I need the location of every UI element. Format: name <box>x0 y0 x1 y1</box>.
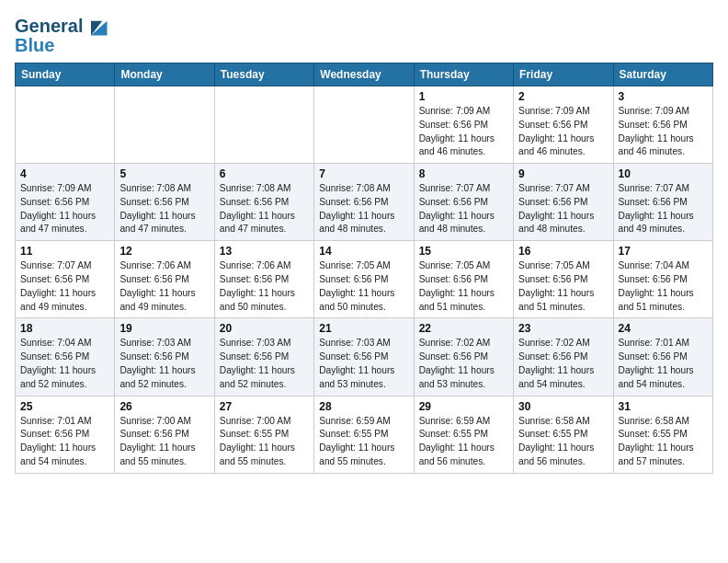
day-info: Sunrise: 7:09 AM Sunset: 6:56 PM Dayligh… <box>20 182 109 236</box>
day-number: 22 <box>419 322 508 335</box>
day-number: 26 <box>119 400 209 413</box>
day-info: Sunrise: 6:58 AM Sunset: 6:55 PM Dayligh… <box>619 415 708 469</box>
day-info: Sunrise: 7:09 AM Sunset: 6:56 PM Dayligh… <box>518 105 608 159</box>
calendar-cell: 5Sunrise: 7:08 AM Sunset: 6:56 PM Daylig… <box>115 164 214 241</box>
day-info: Sunrise: 7:05 AM Sunset: 6:56 PM Dayligh… <box>419 259 508 314</box>
day-info: Sunrise: 7:00 AM Sunset: 6:55 PM Dayligh… <box>220 415 309 469</box>
day-number: 16 <box>518 245 608 258</box>
day-number: 9 <box>518 167 608 180</box>
calendar-cell <box>115 86 214 164</box>
weekday-sunday: Sunday <box>16 63 115 86</box>
calendar-cell <box>214 86 313 164</box>
weekday-saturday: Saturday <box>613 63 712 86</box>
day-info: Sunrise: 7:03 AM Sunset: 6:56 PM Dayligh… <box>220 337 309 391</box>
calendar-cell: 22Sunrise: 7:02 AM Sunset: 6:56 PM Dayli… <box>414 318 513 396</box>
calendar-cell: 4Sunrise: 7:09 AM Sunset: 6:56 PM Daylig… <box>16 164 115 241</box>
calendar-cell: 16Sunrise: 7:05 AM Sunset: 6:56 PM Dayli… <box>514 241 613 318</box>
header: General Blue <box>15 9 713 55</box>
calendar-cell: 17Sunrise: 7:04 AM Sunset: 6:56 PM Dayli… <box>613 241 712 318</box>
week-row-4: 18Sunrise: 7:04 AM Sunset: 6:56 PM Dayli… <box>16 318 713 396</box>
day-number: 29 <box>419 400 508 413</box>
week-row-5: 25Sunrise: 7:01 AM Sunset: 6:56 PM Dayli… <box>16 396 713 473</box>
day-info: Sunrise: 7:06 AM Sunset: 6:56 PM Dayligh… <box>119 259 209 314</box>
day-number: 5 <box>119 167 209 180</box>
day-number: 15 <box>419 245 508 258</box>
day-number: 20 <box>220 322 309 335</box>
calendar-cell: 10Sunrise: 7:07 AM Sunset: 6:56 PM Dayli… <box>613 164 712 241</box>
weekday-wednesday: Wednesday <box>314 63 414 86</box>
day-number: 17 <box>619 245 708 258</box>
day-info: Sunrise: 7:09 AM Sunset: 6:56 PM Dayligh… <box>619 105 708 159</box>
day-number: 21 <box>319 322 408 335</box>
weekday-monday: Monday <box>115 63 214 86</box>
day-number: 2 <box>518 90 608 103</box>
calendar-cell: 14Sunrise: 7:05 AM Sunset: 6:56 PM Dayli… <box>314 241 414 318</box>
day-number: 19 <box>119 322 209 335</box>
calendar-cell: 6Sunrise: 7:08 AM Sunset: 6:56 PM Daylig… <box>214 164 313 241</box>
day-number: 6 <box>220 167 309 180</box>
day-info: Sunrise: 7:01 AM Sunset: 6:56 PM Dayligh… <box>20 415 109 469</box>
calendar-cell: 12Sunrise: 7:06 AM Sunset: 6:56 PM Dayli… <box>115 241 214 318</box>
weekday-thursday: Thursday <box>414 63 513 86</box>
day-number: 7 <box>319 167 408 180</box>
day-number: 13 <box>220 245 309 258</box>
calendar-cell: 29Sunrise: 6:59 AM Sunset: 6:55 PM Dayli… <box>414 396 513 473</box>
day-info: Sunrise: 7:05 AM Sunset: 6:56 PM Dayligh… <box>518 259 608 314</box>
weekday-tuesday: Tuesday <box>214 63 313 86</box>
day-info: Sunrise: 7:07 AM Sunset: 6:56 PM Dayligh… <box>419 182 508 236</box>
calendar-cell: 24Sunrise: 7:01 AM Sunset: 6:56 PM Dayli… <box>613 318 712 396</box>
day-number: 4 <box>20 167 109 180</box>
day-info: Sunrise: 7:05 AM Sunset: 6:56 PM Dayligh… <box>319 259 408 314</box>
calendar-cell: 20Sunrise: 7:03 AM Sunset: 6:56 PM Dayli… <box>214 318 313 396</box>
day-info: Sunrise: 7:03 AM Sunset: 6:56 PM Dayligh… <box>319 337 408 391</box>
week-row-3: 11Sunrise: 7:07 AM Sunset: 6:56 PM Dayli… <box>16 241 713 318</box>
day-number: 14 <box>319 245 408 258</box>
day-info: Sunrise: 7:04 AM Sunset: 6:56 PM Dayligh… <box>619 259 708 314</box>
day-info: Sunrise: 7:02 AM Sunset: 6:56 PM Dayligh… <box>419 337 508 391</box>
calendar-cell: 11Sunrise: 7:07 AM Sunset: 6:56 PM Dayli… <box>16 241 115 318</box>
calendar-cell: 13Sunrise: 7:06 AM Sunset: 6:56 PM Dayli… <box>214 241 313 318</box>
logo: General Blue <box>15 13 110 55</box>
calendar-cell: 27Sunrise: 7:00 AM Sunset: 6:55 PM Dayli… <box>214 396 313 473</box>
day-info: Sunrise: 7:06 AM Sunset: 6:56 PM Dayligh… <box>220 259 309 314</box>
day-number: 12 <box>119 245 209 258</box>
day-number: 8 <box>419 167 508 180</box>
calendar-cell: 18Sunrise: 7:04 AM Sunset: 6:56 PM Dayli… <box>16 318 115 396</box>
calendar-cell: 21Sunrise: 7:03 AM Sunset: 6:56 PM Dayli… <box>314 318 414 396</box>
calendar-cell: 7Sunrise: 7:08 AM Sunset: 6:56 PM Daylig… <box>314 164 414 241</box>
day-info: Sunrise: 7:02 AM Sunset: 6:56 PM Dayligh… <box>518 337 608 391</box>
calendar-cell: 8Sunrise: 7:07 AM Sunset: 6:56 PM Daylig… <box>414 164 513 241</box>
day-number: 28 <box>319 400 408 413</box>
day-info: Sunrise: 7:08 AM Sunset: 6:56 PM Dayligh… <box>220 182 309 236</box>
calendar-cell: 26Sunrise: 7:00 AM Sunset: 6:56 PM Dayli… <box>115 396 214 473</box>
calendar-cell: 23Sunrise: 7:02 AM Sunset: 6:56 PM Dayli… <box>514 318 613 396</box>
week-row-2: 4Sunrise: 7:09 AM Sunset: 6:56 PM Daylig… <box>16 164 713 241</box>
page: General Blue SundayMondayTuesdayWednesda… <box>0 0 728 563</box>
day-info: Sunrise: 6:59 AM Sunset: 6:55 PM Dayligh… <box>419 415 508 469</box>
logo-text: General <box>15 16 83 36</box>
weekday-friday: Friday <box>514 63 613 86</box>
day-number: 3 <box>619 90 708 103</box>
day-info: Sunrise: 7:00 AM Sunset: 6:56 PM Dayligh… <box>119 415 209 469</box>
day-number: 10 <box>619 167 708 180</box>
day-info: Sunrise: 7:07 AM Sunset: 6:56 PM Dayligh… <box>20 259 109 314</box>
day-info: Sunrise: 7:04 AM Sunset: 6:56 PM Dayligh… <box>20 337 109 391</box>
day-number: 24 <box>619 322 708 335</box>
day-number: 23 <box>518 322 608 335</box>
calendar-cell <box>314 86 414 164</box>
calendar-cell: 25Sunrise: 7:01 AM Sunset: 6:56 PM Dayli… <box>16 396 115 473</box>
day-number: 31 <box>619 400 708 413</box>
calendar-cell: 2Sunrise: 7:09 AM Sunset: 6:56 PM Daylig… <box>514 86 613 164</box>
day-number: 27 <box>220 400 309 413</box>
day-number: 25 <box>20 400 109 413</box>
calendar-cell: 3Sunrise: 7:09 AM Sunset: 6:56 PM Daylig… <box>613 86 712 164</box>
day-info: Sunrise: 6:59 AM Sunset: 6:55 PM Dayligh… <box>319 415 408 469</box>
day-number: 18 <box>20 322 109 335</box>
calendar-cell: 19Sunrise: 7:03 AM Sunset: 6:56 PM Dayli… <box>115 318 214 396</box>
calendar-cell: 9Sunrise: 7:07 AM Sunset: 6:56 PM Daylig… <box>514 164 613 241</box>
week-row-1: 1Sunrise: 7:09 AM Sunset: 6:56 PM Daylig… <box>16 86 713 164</box>
day-number: 1 <box>419 90 508 103</box>
day-info: Sunrise: 7:03 AM Sunset: 6:56 PM Dayligh… <box>119 337 209 391</box>
calendar-cell: 28Sunrise: 6:59 AM Sunset: 6:55 PM Dayli… <box>314 396 414 473</box>
day-info: Sunrise: 7:08 AM Sunset: 6:56 PM Dayligh… <box>119 182 209 236</box>
